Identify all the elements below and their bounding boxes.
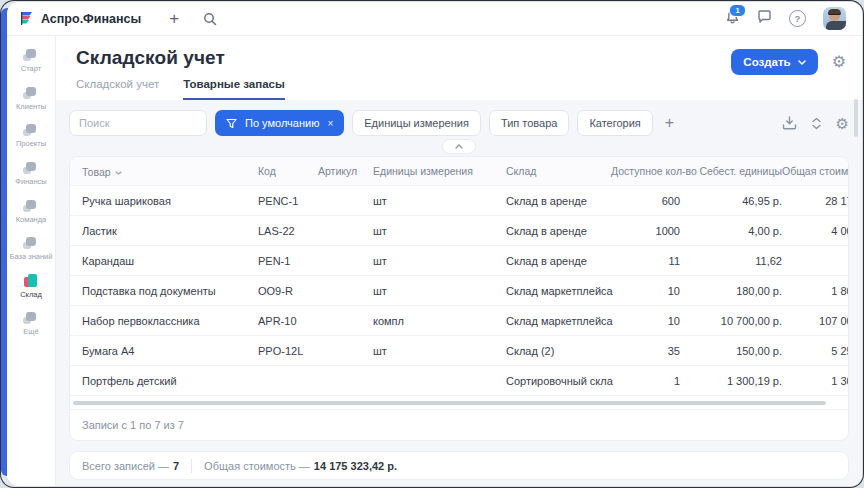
table-row[interactable]: Подставка под документы OO9-R шт Склад м… — [70, 276, 848, 306]
default-filter-chip[interactable]: По умолчанию × — [215, 110, 344, 136]
cell-product: Бумага А4 — [70, 345, 258, 357]
column-header-unit-cost[interactable]: Себест. единицы — [680, 165, 782, 177]
cell-total-cost: 107 000,0 — [782, 315, 848, 327]
cell-qty: 1 — [611, 375, 680, 387]
cell-qty: 11 — [611, 255, 680, 267]
sidebar-item[interactable]: Ещё — [8, 307, 54, 342]
messages-button[interactable] — [757, 9, 772, 28]
tab[interactable]: Товарные запасы — [183, 78, 285, 100]
column-header-code[interactable]: Код — [258, 165, 318, 177]
sidebar-nav: Старт Клиенты Проекты — [7, 36, 56, 486]
cell-unit-cost: 11,62 — [680, 255, 782, 267]
cell-code: PEN-1 — [258, 255, 318, 267]
cell-total-cost: 1 800,0 — [782, 285, 848, 297]
sidebar-item[interactable]: Команда — [8, 195, 54, 230]
column-header-warehouse[interactable]: Склад — [506, 165, 611, 177]
cell-total-cost: 1 — [782, 255, 848, 267]
cell-unit: шт — [373, 195, 506, 207]
app-logo[interactable]: Аспро.Финансы — [19, 11, 141, 26]
table-row[interactable]: Ластик LAS-22 шт Склад в аренде 1000 4,0… — [70, 216, 848, 246]
horizontal-scrollbar[interactable] — [73, 401, 826, 405]
remove-filter-icon[interactable]: × — [327, 118, 333, 129]
cell-unit: шт — [373, 255, 506, 267]
table-row[interactable]: Набор первоклассника APR-10 компл Склад … — [70, 306, 848, 336]
cell-total-cost: 1 300,1 — [782, 375, 848, 387]
add-filter-button[interactable]: + — [665, 114, 674, 132]
default-filter-label: По умолчанию — [245, 117, 319, 129]
summary-bar: Всего записей — 7 Общая стоимость — 14 1… — [69, 451, 849, 480]
funnel-icon — [226, 118, 237, 129]
column-header-qty[interactable]: Доступное кол-во — [611, 165, 680, 177]
user-avatar[interactable] — [823, 7, 846, 30]
sidebar-item-label: Клиенты — [16, 103, 46, 112]
more-icon — [23, 311, 39, 325]
app-screenshot: Аспро.Финансы + 1 — [0, 0, 864, 488]
app-window: Аспро.Финансы + 1 — [7, 2, 862, 486]
tab[interactable]: Складской учет — [76, 78, 159, 100]
projects-icon — [23, 123, 39, 137]
main-area: Складской учет Складской учет Товарные з… — [56, 36, 862, 486]
clients-icon — [23, 86, 39, 100]
cell-unit: шт — [373, 345, 506, 357]
column-header-total-cost[interactable]: Общая стоимость — [782, 165, 848, 177]
cell-unit-cost: 10 700,00 р. — [680, 315, 782, 327]
column-header-unit[interactable]: Единицы измерения — [373, 165, 506, 177]
column-header-article[interactable]: Артикул — [318, 165, 373, 177]
cell-unit: шт — [373, 225, 506, 237]
cell-qty: 35 — [611, 345, 680, 357]
column-header-product[interactable]: Товар — [70, 165, 258, 178]
total-records-label: Всего записей — — [82, 460, 169, 472]
sidebar-item-label: Команда — [16, 216, 47, 225]
filter-bar: По умолчанию × Единицы измерения Тип тов… — [69, 110, 849, 136]
cell-product: Подставка под документы — [70, 285, 258, 297]
filter-chips: Единицы измерения Тип товара Категория — [352, 110, 653, 136]
cell-product: Карандаш — [70, 255, 258, 267]
search-button[interactable] — [199, 8, 221, 30]
cell-product: Портфель детский — [70, 375, 258, 387]
cell-qty: 1000 — [611, 225, 680, 237]
table-settings-button[interactable]: ⚙ — [836, 116, 849, 131]
cell-unit: компл — [373, 315, 506, 327]
cell-code: PENC-1 — [258, 195, 318, 207]
vertical-scrollbar[interactable] — [854, 99, 858, 137]
cell-total-cost: 5 250,0 — [782, 345, 848, 357]
chevron-down-icon — [798, 60, 806, 65]
top-bar: Аспро.Финансы + 1 — [7, 2, 862, 36]
sidebar-item[interactable]: Проекты — [8, 119, 54, 154]
sidebar-item[interactable]: База знаний — [8, 232, 54, 267]
cell-unit-cost: 180,00 р. — [680, 285, 782, 297]
filter-chip[interactable]: Единицы измерения — [352, 110, 481, 136]
page-settings-button[interactable]: ⚙ — [832, 54, 846, 70]
collapse-rows-icon[interactable] — [811, 117, 822, 130]
cell-product: Ластик — [70, 225, 258, 237]
search-input[interactable] — [69, 110, 207, 136]
download-icon[interactable] — [782, 116, 797, 130]
collapse-filters-button[interactable] — [442, 139, 476, 154]
sidebar-item-label: База знаний — [10, 253, 53, 262]
table-row[interactable]: Карандаш PEN-1 шт Склад в аренде 11 11,6… — [70, 246, 848, 276]
total-cost-value: 14 175 323,42 р. — [314, 460, 397, 472]
sidebar-item[interactable]: Финансы — [8, 157, 54, 192]
notifications-button[interactable]: 1 — [725, 9, 740, 29]
table-row[interactable]: Портфель детский Сортировочный скла 1 1 … — [70, 366, 848, 396]
filter-chip[interactable]: Категория — [577, 110, 652, 136]
create-button[interactable]: Создать — [731, 49, 817, 75]
notification-badge: 1 — [729, 4, 746, 17]
cell-code: OO9-R — [258, 285, 318, 297]
filter-chip[interactable]: Тип товара — [489, 110, 570, 136]
sidebar-item[interactable]: Клиенты — [8, 82, 54, 117]
cell-unit: шт — [373, 285, 506, 297]
quick-add-button[interactable]: + — [163, 8, 185, 30]
table-row[interactable]: Бумага А4 PPO-12L шт Склад (2) 35 150,00… — [70, 336, 848, 366]
cell-total-cost: 28 170,5 — [782, 195, 848, 207]
cell-unit-cost: 1 300,19 р. — [680, 375, 782, 387]
chat-icon — [757, 9, 772, 24]
cell-warehouse: Склад в аренде — [506, 195, 611, 207]
cell-code: LAS-22 — [258, 225, 318, 237]
sidebar-item[interactable]: Склад — [8, 270, 54, 305]
sidebar-item[interactable]: Старт — [8, 44, 54, 79]
table-body: Ручка шариковая PENC-1 шт Склад в аренде… — [70, 186, 848, 396]
table-row[interactable]: Ручка шариковая PENC-1 шт Склад в аренде… — [70, 186, 848, 216]
help-button[interactable]: ? — [789, 10, 806, 27]
sort-icon — [115, 171, 122, 175]
